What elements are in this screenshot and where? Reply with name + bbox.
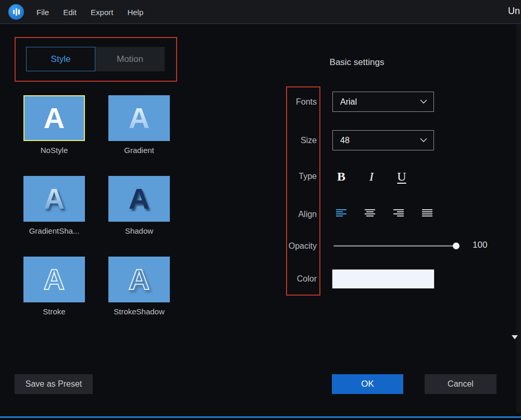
style-tile-gradient[interactable]: A: [108, 95, 170, 141]
color-label: Color: [259, 270, 317, 288]
align-left-icon[interactable]: [336, 209, 346, 218]
style-tile-label: Shadow: [108, 226, 170, 235]
style-glyph: A: [129, 184, 150, 213]
style-tile-label: Gradient: [108, 146, 170, 155]
style-preset-gradientshadow: A GradientSha...: [23, 176, 85, 235]
tab-bar: Style Motion: [26, 47, 165, 71]
chevron-down-icon: [420, 138, 427, 143]
menu-export[interactable]: Export: [91, 8, 113, 17]
style-tile-shadow[interactable]: A: [108, 176, 170, 222]
style-tile-gradientshadow[interactable]: A: [23, 176, 85, 222]
align-justify-icon[interactable]: [422, 209, 432, 218]
save-as-preset-button[interactable]: Save as Preset: [15, 374, 93, 394]
style-preset-shadow: A Shadow: [108, 176, 170, 235]
style-presets: A NoStyle A Gradient A GradientSha... A: [23, 95, 170, 316]
align-right-icon[interactable]: [393, 209, 404, 218]
logo-bar: [16, 8, 17, 16]
menu-items: File Edit Export Help: [36, 0, 143, 24]
menu-help[interactable]: Help: [127, 8, 143, 17]
window-title: Un: [508, 6, 520, 17]
size-dropdown-value: 48: [333, 136, 420, 145]
opacity-value: 100: [473, 240, 487, 250]
type-buttons: B I U: [333, 168, 410, 185]
menu-file[interactable]: File: [36, 8, 49, 17]
style-tile-label: GradientSha...: [23, 226, 85, 235]
style-glyph: A: [129, 265, 150, 294]
size-label: Size: [259, 130, 317, 150]
style-tile-stroke[interactable]: A: [23, 257, 85, 302]
style-tile-nostyle[interactable]: A: [23, 95, 85, 141]
underline-button[interactable]: U: [394, 168, 410, 185]
tab-motion[interactable]: Motion: [95, 47, 165, 71]
style-glyph: A: [44, 184, 65, 213]
style-glyph: A: [129, 104, 150, 133]
style-preset-stroke: A Stroke: [23, 257, 85, 316]
basic-settings-title: Basic settings: [289, 57, 425, 68]
logo-bar: [13, 10, 15, 14]
menu-edit[interactable]: Edit: [63, 8, 77, 17]
type-label: Type: [259, 168, 317, 185]
app-logo-icon: [8, 4, 24, 20]
size-dropdown[interactable]: 48: [332, 130, 434, 150]
logo-bar: [18, 9, 20, 15]
fonts-label: Fonts: [259, 92, 317, 112]
app-window: File Edit Export Help Un Style Motion A …: [0, 0, 521, 420]
opacity-label: Opacity: [259, 238, 317, 254]
bold-button[interactable]: B: [333, 168, 349, 185]
opacity-slider-handle[interactable]: [453, 243, 460, 249]
menubar: File Edit Export Help Un: [0, 0, 521, 24]
chevron-down-icon: [420, 99, 427, 104]
cancel-button[interactable]: Cancel: [425, 374, 497, 394]
style-glyph: A: [44, 104, 65, 133]
style-preset-strokeshadow: A StrokeShadow: [108, 257, 170, 316]
bottom-blue-line: [0, 416, 521, 418]
style-preset-gradient: A Gradient: [108, 95, 170, 155]
color-swatch[interactable]: [332, 270, 434, 288]
style-tile-label: Stroke: [23, 307, 85, 316]
ok-button[interactable]: OK: [332, 374, 403, 394]
vertical-scrollbar[interactable]: [516, 24, 521, 413]
font-dropdown[interactable]: Arial: [332, 92, 434, 112]
align-label: Align: [259, 207, 317, 222]
style-tile-label: StrokeShadow: [108, 307, 170, 316]
style-tile-strokeshadow[interactable]: A: [108, 257, 170, 302]
opacity-slider-track[interactable]: [333, 245, 460, 247]
align-buttons: [336, 209, 432, 218]
font-dropdown-value: Arial: [333, 97, 420, 107]
italic-button[interactable]: I: [364, 168, 379, 185]
style-preset-nostyle: A NoStyle: [23, 95, 85, 155]
text-style-dialog: Style Motion A NoStyle A Gradient A: [0, 24, 521, 413]
style-glyph: A: [44, 265, 65, 294]
tab-style[interactable]: Style: [26, 47, 95, 71]
align-center-icon[interactable]: [365, 209, 375, 218]
annotation-labels-box: [286, 86, 320, 296]
style-tile-label: NoStyle: [23, 146, 85, 155]
scrollbar-arrow-icon[interactable]: [512, 335, 518, 339]
bottom-strip: [0, 413, 521, 420]
